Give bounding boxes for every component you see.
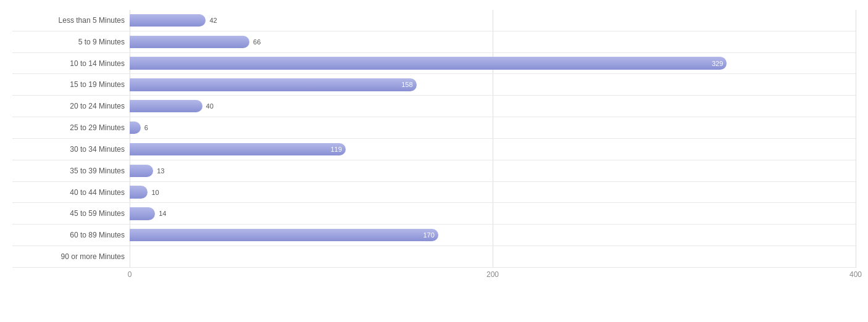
bar-value-label: 66 xyxy=(253,38,261,46)
bar-label: 15 to 19 Minutes xyxy=(12,80,130,89)
bar-value-label: 10 xyxy=(151,189,159,196)
bar-fill xyxy=(130,36,249,48)
bar-row: 15 to 19 Minutes158 xyxy=(12,74,856,96)
bar-label: 45 to 59 Minutes xyxy=(12,209,130,218)
bar-track: 14 xyxy=(130,203,856,224)
bar-value-label: 13 xyxy=(157,167,164,175)
bar-track: 66 xyxy=(130,31,856,52)
x-axis: 0200400 xyxy=(130,270,856,283)
bar-row: 40 to 44 Minutes10 xyxy=(12,182,856,204)
bar-label: 5 to 9 Minutes xyxy=(12,38,130,46)
bar-fill xyxy=(130,165,153,177)
bar-row: 90 or more Minutes xyxy=(12,246,856,268)
bar-fill xyxy=(130,100,202,112)
bar-value-label: 119 xyxy=(331,146,342,153)
bar-track: 119 xyxy=(130,139,856,160)
bar-row: 25 to 29 Minutes6 xyxy=(12,117,856,139)
bar-value-label: 42 xyxy=(209,17,217,24)
bar-value-label: 40 xyxy=(206,102,214,110)
bar-fill xyxy=(130,14,206,27)
bar-track: 42 xyxy=(130,10,856,31)
bar-label: 90 or more Minutes xyxy=(12,252,130,261)
chart-area: Less than 5 Minutes425 to 9 Minutes6610 … xyxy=(12,10,856,283)
bar-label: 40 to 44 Minutes xyxy=(12,188,130,197)
chart-container: Less than 5 Minutes425 to 9 Minutes6610 … xyxy=(0,0,868,322)
bar-row: 60 to 89 Minutes170 xyxy=(12,225,856,246)
bar-label: 60 to 89 Minutes xyxy=(12,231,130,239)
bar-fill: 329 xyxy=(130,57,727,69)
bar-value-label: 158 xyxy=(401,81,412,88)
bar-track: 40 xyxy=(130,96,856,117)
bar-track: 158 xyxy=(130,74,856,95)
bar-value-label: 170 xyxy=(423,231,434,239)
bar-value-label: 329 xyxy=(712,60,723,67)
bar-label: Less than 5 Minutes xyxy=(12,16,130,25)
bar-track: 13 xyxy=(130,160,856,181)
bar-label: 30 to 34 Minutes xyxy=(12,145,130,154)
x-axis-tick: 200 xyxy=(486,270,499,279)
x-axis-tick: 0 xyxy=(128,270,132,279)
bar-row: 10 to 14 Minutes329 xyxy=(12,53,856,75)
bar-label: 20 to 24 Minutes xyxy=(12,102,130,110)
bar-track: 170 xyxy=(130,225,856,246)
bar-fill xyxy=(130,207,155,220)
bar-value-label: 14 xyxy=(159,210,166,217)
bar-fill: 170 xyxy=(130,229,438,241)
x-axis-tick: 400 xyxy=(849,270,862,279)
bar-row: 20 to 24 Minutes40 xyxy=(12,96,856,117)
bar-value-label: 6 xyxy=(144,124,148,131)
bar-fill: 158 xyxy=(130,78,417,91)
bar-row: 45 to 59 Minutes14 xyxy=(12,203,856,225)
bar-row: 5 to 9 Minutes66 xyxy=(12,31,856,53)
bar-fill xyxy=(130,186,148,198)
grid-line xyxy=(856,10,856,268)
bar-row: Less than 5 Minutes42 xyxy=(12,10,856,31)
bar-label: 35 to 39 Minutes xyxy=(12,167,130,175)
bar-fill: 119 xyxy=(130,143,346,155)
bar-label: 25 to 29 Minutes xyxy=(12,123,130,132)
bar-track: 329 xyxy=(130,53,856,74)
bar-row: 35 to 39 Minutes13 xyxy=(12,160,856,182)
bar-label: 10 to 14 Minutes xyxy=(12,59,130,68)
bar-track: 10 xyxy=(130,182,856,203)
bar-fill xyxy=(130,122,141,134)
bar-track xyxy=(130,246,856,267)
bars-section: Less than 5 Minutes425 to 9 Minutes6610 … xyxy=(12,10,856,268)
bar-track: 6 xyxy=(130,117,856,138)
bar-row: 30 to 34 Minutes119 xyxy=(12,139,856,160)
